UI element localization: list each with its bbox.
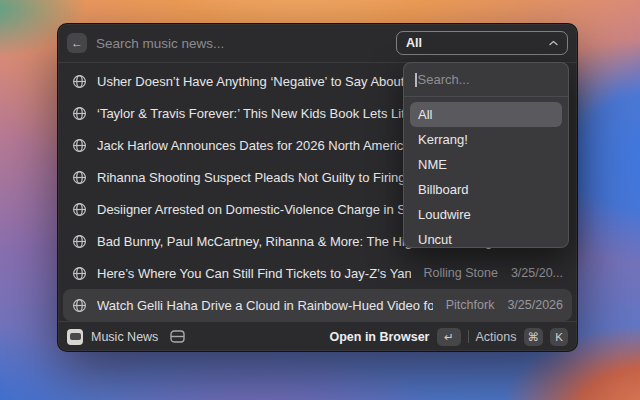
- result-row[interactable]: Watch Gelli Haha Drive a Cloud in Rainbo…: [63, 289, 572, 321]
- dropdown-options-list: All Kerrang! NME Billboard Loudwire Uncu…: [404, 97, 568, 248]
- footer-actions: Open in Browser ↵ Actions ⌘ K: [329, 328, 568, 346]
- back-button[interactable]: ←: [67, 33, 87, 53]
- actions-button[interactable]: Actions ⌘ K: [476, 328, 569, 346]
- dropdown-option[interactable]: All: [410, 102, 562, 127]
- footer-separator: [468, 330, 469, 343]
- result-row[interactable]: Here’s Where You Can Still Find Tickets …: [63, 257, 572, 289]
- dropdown-option-label: Uncut: [418, 232, 452, 247]
- filter-dropdown-panel: All Kerrang! NME Billboard Loudwire Uncu…: [403, 62, 569, 248]
- open-in-browser-label: Open in Browser: [329, 330, 429, 344]
- footer-bar: Music News Open in Browser ↵ Actions ⌘ K: [58, 321, 577, 351]
- globe-icon: [72, 74, 87, 89]
- arrow-left-icon: ←: [71, 36, 83, 50]
- dropdown-option[interactable]: Kerrang!: [410, 127, 562, 152]
- dropdown-option[interactable]: NME: [410, 152, 562, 177]
- return-key-icon: ↵: [437, 328, 461, 346]
- globe-icon: [72, 266, 87, 281]
- dropdown-option[interactable]: Loudwire: [410, 202, 562, 227]
- dropdown-option[interactable]: Uncut: [410, 227, 562, 248]
- drive-icon: [170, 330, 185, 343]
- search-header: ← All: [58, 24, 577, 62]
- k-key-icon: K: [550, 328, 568, 346]
- globe-icon: [72, 170, 87, 185]
- music-news-app-icon: [67, 329, 83, 345]
- result-source: Rolling Stone: [424, 266, 498, 280]
- dropdown-option-label: NME: [418, 157, 447, 172]
- footer-app-label: Music News: [91, 330, 158, 344]
- chevron-up-icon: [549, 40, 558, 46]
- globe-icon: [72, 106, 87, 121]
- result-date: 3/25/20...: [511, 266, 563, 280]
- result-title: Watch Gelli Haha Drive a Cloud in Rainbo…: [97, 298, 433, 313]
- globe-icon: [72, 138, 87, 153]
- dropdown-option-label: Loudwire: [418, 207, 471, 222]
- globe-icon: [72, 234, 87, 249]
- result-source: Pitchfork: [446, 298, 495, 312]
- command-key-icon: ⌘: [524, 328, 544, 346]
- globe-icon: [72, 202, 87, 217]
- open-in-browser-button[interactable]: Open in Browser ↵: [329, 328, 460, 346]
- filter-select[interactable]: All: [396, 31, 568, 55]
- text-cursor: [415, 73, 417, 87]
- result-title: Here’s Where You Can Still Find Tickets …: [97, 266, 411, 281]
- result-date: 3/25/2026: [507, 298, 563, 312]
- dropdown-search-input[interactable]: [418, 72, 558, 87]
- dropdown-option-label: Kerrang!: [418, 132, 468, 147]
- filter-selected-value: All: [406, 36, 422, 50]
- dropdown-option-label: Billboard: [418, 182, 469, 197]
- actions-label: Actions: [476, 330, 517, 344]
- dropdown-option[interactable]: Billboard: [410, 177, 562, 202]
- search-input[interactable]: [96, 36, 396, 51]
- globe-icon: [72, 298, 87, 313]
- dropdown-option-label: All: [418, 107, 432, 122]
- dropdown-search-field[interactable]: [404, 63, 568, 96]
